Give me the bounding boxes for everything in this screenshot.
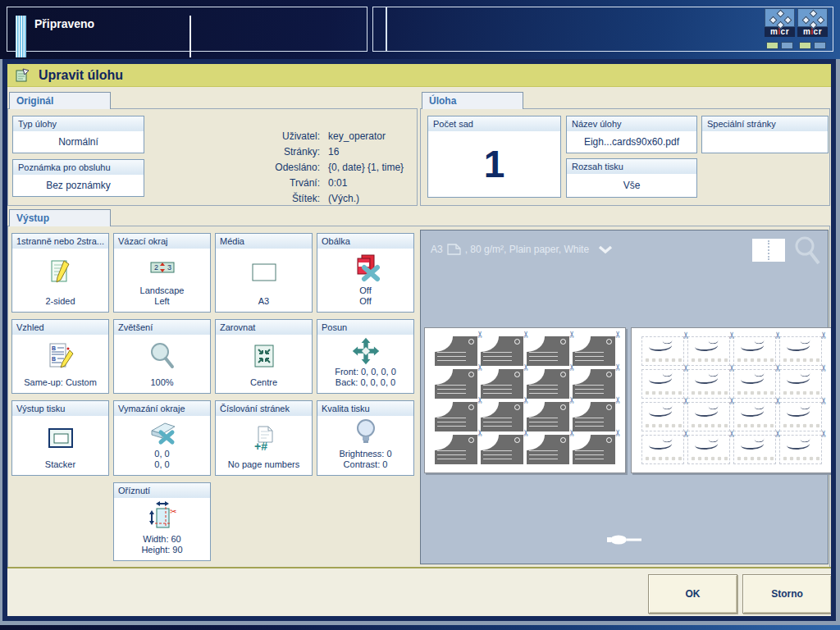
scissors-mark-icon: ✂ [567, 363, 578, 371]
card-dots-decoration [644, 390, 682, 395]
operator-note-value: Bez poznámky [13, 175, 144, 196]
preview-sheet-back: ✂✂✂✂✂✂✂✂✂✂✂✂✂✂✂✂ [631, 327, 831, 473]
preview-card: ✂ [641, 369, 684, 399]
card-logo-mark [606, 372, 612, 377]
page-numbers-icon: +# [216, 416, 312, 459]
card-script-decoration [740, 340, 764, 352]
shift-button[interactable]: Posun Front: 0, 0, 0, 0 Back: [317, 319, 414, 394]
spread-view-icon[interactable] [752, 239, 785, 262]
engine-badge-1[interactable]: micr [765, 8, 795, 37]
preview-card: ✂ [481, 336, 523, 366]
job-type-button[interactable]: Typ úlohy Normální [12, 116, 144, 153]
scissors-mark-icon: ✂ [521, 396, 532, 404]
job-name-value: Eigh...cards90x60.pdf [567, 131, 696, 153]
original-section: Originál Typ úlohy Normální Poznámka pro… [7, 92, 418, 206]
card-logo-mark [606, 339, 612, 345]
print-quality-button[interactable]: Kvalita tisku Brightness: 0 Contrast: 0 [317, 400, 414, 476]
page-numbering-button[interactable]: Číslování stránek +# No page numbers [215, 400, 313, 476]
preview-card: ✂ [573, 402, 615, 431]
card-dots-decoration [644, 358, 682, 363]
media-icon [216, 249, 312, 296]
preview-card: ✂ [733, 369, 776, 399]
engine-badge-2[interactable]: micr [797, 8, 828, 37]
svg-text:B: B [52, 356, 56, 362]
set-count-button[interactable]: Počet sad 1 [427, 116, 561, 198]
media-button[interactable]: Média A3 [215, 233, 313, 313]
scissors-mark-icon: ✂ [521, 363, 532, 371]
card-script-decoration [740, 439, 764, 450]
job-name-title: Název úlohy [567, 116, 696, 131]
special-pages-button[interactable]: Speciální stránky [701, 116, 829, 153]
svg-text:3: 3 [167, 263, 171, 272]
scissors-mark-icon: ✂ [521, 429, 532, 436]
job-name-button[interactable]: Název úlohy Eigh...cards90x60.pdf [566, 116, 697, 153]
preview-card: ✂ [687, 369, 730, 399]
preview-card: ✂ [779, 369, 822, 399]
card-logo-mark [606, 437, 612, 443]
status-divider [189, 16, 191, 57]
operator-note-button[interactable]: Poznámka pro obsluhu Bez poznámky [12, 159, 144, 197]
card-dots-decoration [736, 390, 774, 395]
scissors-mark-icon: ✂ [613, 331, 623, 338]
print-preview-pane: A3 , 80 g/m², Plain paper, White [420, 230, 829, 564]
card-dots-decoration [782, 456, 819, 461]
scissors-mark-icon: ✂ [819, 430, 829, 437]
stacker-icon [12, 416, 108, 459]
card-script-decoration [694, 439, 718, 450]
scissors-mark-icon: ✂ [819, 364, 829, 372]
cover-off-icon [317, 249, 413, 285]
scissors-mark-icon: ✂ [681, 364, 692, 372]
info-row: Štítek:(Vých.) [197, 191, 404, 207]
card-logo-mark [514, 404, 520, 410]
preview-card: ✂ [573, 369, 615, 399]
print-output-button[interactable]: Výstup tisku Stacker [11, 400, 109, 476]
card-dots-decoration [690, 390, 728, 395]
engine-badge-dots-icon [797, 8, 828, 27]
ok-button[interactable]: OK [648, 574, 737, 614]
scissors-mark-icon: ✂ [475, 429, 486, 436]
bulb-icon [317, 416, 413, 449]
preview-card: ✂ [527, 435, 569, 464]
preview-card: ✂ [435, 402, 477, 431]
job-section: Úloha Počet sad 1 Název úlohy Eigh...car… [420, 92, 830, 206]
sided-button[interactable]: 1stranně nebo 2stra... 2-sided [11, 233, 109, 313]
tab-job[interactable]: Úloha [422, 92, 523, 109]
engine2-blue-indicator [814, 42, 826, 49]
scissors-mark-icon: ✂ [475, 363, 486, 371]
card-logo-mark [606, 404, 612, 410]
card-script-decoration [786, 340, 810, 352]
print-range-button[interactable]: Rozsah tisku Vše [566, 158, 697, 198]
special-pages-title: Speciální stránky [702, 116, 828, 131]
preview-card: ✂ [733, 336, 776, 366]
media-name: A3 [431, 244, 443, 255]
card-script-decoration [786, 439, 810, 450]
zoom-button[interactable]: Zvětšení 100% [113, 319, 211, 394]
media-details: , 80 g/m², Plain paper, White [465, 244, 589, 255]
plug-icon [607, 534, 645, 546]
card-logo-mark [560, 404, 566, 410]
cancel-button[interactable]: Storno [742, 574, 831, 614]
scissors-mark-icon: ✂ [727, 331, 737, 339]
layout-button[interactable]: Vzhled B B Same [11, 319, 109, 394]
tab-original[interactable]: Originál [9, 92, 111, 109]
info-row: Trvání:0:01 [197, 176, 404, 191]
preview-sheet-front: ✂✂✂✂✂✂✂✂✂✂✂✂✂✂✂✂ [424, 327, 626, 473]
cover-button[interactable]: Obálka Off Off [317, 233, 414, 313]
binding-edge-button[interactable]: Vázací okraj 2 3 Landscape Left [113, 233, 211, 313]
edge-erase-button[interactable]: Vymazání okraje 0, 0 0, 0 [113, 400, 211, 476]
preview-card: ✂ [733, 435, 776, 464]
card-script-decoration [648, 406, 672, 418]
trim-button[interactable]: Oříznutí ✂ Wid [113, 482, 211, 561]
scissors-mark-icon: ✂ [567, 429, 578, 436]
card-dots-decoration [736, 456, 774, 461]
preview-card: ✂ [641, 336, 684, 366]
card-logo-mark [514, 372, 520, 377]
align-button[interactable]: Zarovnat Centre [215, 319, 313, 394]
zoom-preview-icon[interactable] [793, 235, 821, 267]
preview-card: ✂ [573, 336, 615, 366]
info-row: Stránky:16 [197, 144, 404, 160]
tab-output[interactable]: Výstup [9, 209, 111, 226]
preview-card: ✂ [573, 435, 615, 464]
media-selector[interactable]: A3 , 80 g/m², Plain paper, White [431, 244, 613, 255]
special-pages-value [702, 131, 828, 153]
